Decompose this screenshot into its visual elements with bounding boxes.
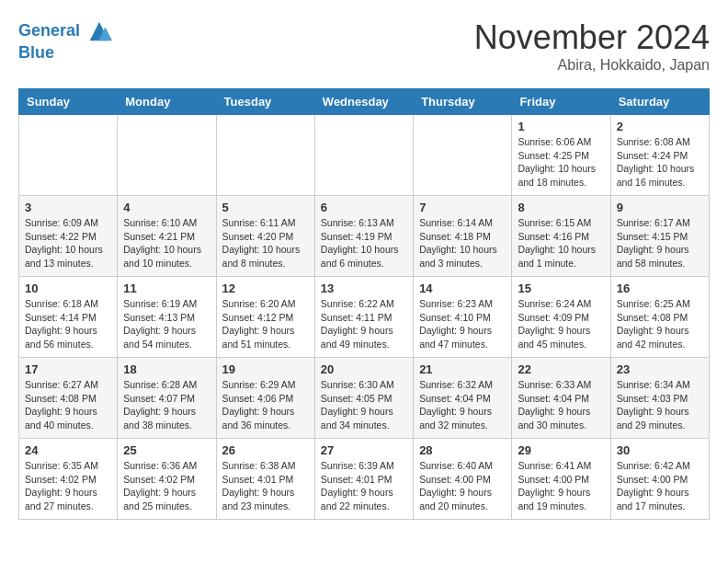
cell-info: Sunrise: 6:20 AM Sunset: 4:12 PM Dayligh… bbox=[222, 297, 309, 351]
cell-info: Sunrise: 6:40 AM Sunset: 4:00 PM Dayligh… bbox=[419, 459, 506, 513]
calendar-cell: 9 Sunrise: 6:17 AM Sunset: 4:15 PM Dayli… bbox=[610, 196, 709, 277]
calendar-cell: 26 Sunrise: 6:38 AM Sunset: 4:01 PM Dayl… bbox=[216, 439, 314, 520]
cell-info: Sunrise: 6:32 AM Sunset: 4:04 PM Dayligh… bbox=[419, 378, 506, 432]
day-number: 16 bbox=[617, 282, 703, 295]
cell-info: Sunrise: 6:27 AM Sunset: 4:08 PM Dayligh… bbox=[25, 378, 111, 432]
calendar-week-4: 17 Sunrise: 6:27 AM Sunset: 4:08 PM Dayl… bbox=[19, 358, 710, 439]
calendar-cell: 18 Sunrise: 6:28 AM Sunset: 4:07 PM Dayl… bbox=[118, 358, 216, 439]
calendar-week-2: 3 Sunrise: 6:09 AM Sunset: 4:22 PM Dayli… bbox=[19, 196, 710, 277]
day-number: 25 bbox=[123, 443, 210, 457]
calendar-cell bbox=[314, 115, 413, 196]
calendar-cell: 4 Sunrise: 6:10 AM Sunset: 4:21 PM Dayli… bbox=[118, 196, 216, 277]
calendar-cell: 3 Sunrise: 6:09 AM Sunset: 4:22 PM Dayli… bbox=[19, 196, 118, 277]
cell-info: Sunrise: 6:30 AM Sunset: 4:05 PM Dayligh… bbox=[321, 378, 407, 432]
calendar-cell: 27 Sunrise: 6:39 AM Sunset: 4:01 PM Dayl… bbox=[314, 439, 413, 520]
calendar-cell bbox=[216, 115, 314, 196]
day-number: 19 bbox=[222, 362, 309, 376]
day-number: 22 bbox=[518, 362, 604, 376]
day-number: 13 bbox=[321, 282, 407, 295]
cell-info: Sunrise: 6:09 AM Sunset: 4:22 PM Dayligh… bbox=[25, 216, 111, 270]
cell-info: Sunrise: 6:38 AM Sunset: 4:01 PM Dayligh… bbox=[222, 459, 309, 513]
day-number: 3 bbox=[25, 201, 111, 214]
day-number: 17 bbox=[25, 362, 111, 376]
logo-icon bbox=[86, 18, 112, 44]
col-header-monday: Monday bbox=[118, 89, 216, 115]
cell-info: Sunrise: 6:35 AM Sunset: 4:02 PM Dayligh… bbox=[25, 459, 111, 513]
col-header-friday: Friday bbox=[512, 89, 610, 115]
page-header: General Blue November 2024 Abira, Hokkai… bbox=[18, 18, 710, 74]
cell-info: Sunrise: 6:28 AM Sunset: 4:07 PM Dayligh… bbox=[123, 378, 210, 432]
location-subtitle: Abira, Hokkaido, Japan bbox=[474, 57, 710, 74]
month-title: November 2024 bbox=[474, 18, 710, 57]
cell-info: Sunrise: 6:08 AM Sunset: 4:24 PM Dayligh… bbox=[617, 135, 703, 190]
cell-info: Sunrise: 6:15 AM Sunset: 4:16 PM Dayligh… bbox=[518, 216, 604, 270]
day-number: 20 bbox=[321, 362, 407, 376]
calendar-cell: 12 Sunrise: 6:20 AM Sunset: 4:12 PM Dayl… bbox=[216, 277, 314, 358]
calendar-week-3: 10 Sunrise: 6:18 AM Sunset: 4:14 PM Dayl… bbox=[19, 277, 710, 358]
calendar-cell: 29 Sunrise: 6:41 AM Sunset: 4:00 PM Dayl… bbox=[512, 439, 610, 520]
calendar-cell bbox=[19, 115, 118, 196]
cell-info: Sunrise: 6:13 AM Sunset: 4:19 PM Dayligh… bbox=[321, 216, 407, 270]
calendar-cell: 24 Sunrise: 6:35 AM Sunset: 4:02 PM Dayl… bbox=[19, 439, 118, 520]
calendar-cell: 14 Sunrise: 6:23 AM Sunset: 4:10 PM Dayl… bbox=[414, 277, 512, 358]
day-number: 7 bbox=[419, 201, 506, 214]
day-number: 12 bbox=[222, 282, 309, 295]
cell-info: Sunrise: 6:22 AM Sunset: 4:11 PM Dayligh… bbox=[321, 297, 407, 351]
cell-info: Sunrise: 6:42 AM Sunset: 4:00 PM Dayligh… bbox=[617, 459, 703, 513]
day-number: 11 bbox=[123, 282, 210, 295]
day-number: 15 bbox=[518, 282, 604, 295]
day-number: 28 bbox=[419, 443, 506, 457]
cell-info: Sunrise: 6:41 AM Sunset: 4:00 PM Dayligh… bbox=[518, 459, 604, 513]
calendar-cell: 5 Sunrise: 6:11 AM Sunset: 4:20 PM Dayli… bbox=[216, 196, 314, 277]
calendar-cell: 7 Sunrise: 6:14 AM Sunset: 4:18 PM Dayli… bbox=[414, 196, 512, 277]
logo-blue-text: Blue bbox=[18, 44, 112, 63]
calendar-cell: 8 Sunrise: 6:15 AM Sunset: 4:16 PM Dayli… bbox=[512, 196, 610, 277]
cell-info: Sunrise: 6:33 AM Sunset: 4:04 PM Dayligh… bbox=[518, 378, 604, 432]
cell-info: Sunrise: 6:17 AM Sunset: 4:15 PM Dayligh… bbox=[617, 216, 703, 270]
cell-info: Sunrise: 6:24 AM Sunset: 4:09 PM Dayligh… bbox=[518, 297, 604, 351]
day-number: 1 bbox=[518, 120, 604, 133]
cell-info: Sunrise: 6:23 AM Sunset: 4:10 PM Dayligh… bbox=[419, 297, 506, 351]
calendar-cell: 17 Sunrise: 6:27 AM Sunset: 4:08 PM Dayl… bbox=[19, 358, 118, 439]
logo-text: General bbox=[18, 18, 112, 44]
day-number: 23 bbox=[617, 362, 703, 376]
calendar-header-row: SundayMondayTuesdayWednesdayThursdayFrid… bbox=[19, 89, 710, 115]
day-number: 9 bbox=[617, 201, 703, 214]
cell-info: Sunrise: 6:25 AM Sunset: 4:08 PM Dayligh… bbox=[617, 297, 703, 351]
cell-info: Sunrise: 6:11 AM Sunset: 4:20 PM Dayligh… bbox=[222, 216, 309, 270]
cell-info: Sunrise: 6:10 AM Sunset: 4:21 PM Dayligh… bbox=[123, 216, 210, 270]
logo: General Blue bbox=[18, 18, 112, 63]
cell-info: Sunrise: 6:36 AM Sunset: 4:02 PM Dayligh… bbox=[123, 459, 210, 513]
calendar-cell: 19 Sunrise: 6:29 AM Sunset: 4:06 PM Dayl… bbox=[216, 358, 314, 439]
day-number: 18 bbox=[123, 362, 210, 376]
calendar-cell: 30 Sunrise: 6:42 AM Sunset: 4:00 PM Dayl… bbox=[610, 439, 709, 520]
calendar-cell: 15 Sunrise: 6:24 AM Sunset: 4:09 PM Dayl… bbox=[512, 277, 610, 358]
day-number: 5 bbox=[222, 201, 309, 214]
calendar-cell: 28 Sunrise: 6:40 AM Sunset: 4:00 PM Dayl… bbox=[414, 439, 512, 520]
cell-info: Sunrise: 6:34 AM Sunset: 4:03 PM Dayligh… bbox=[617, 378, 703, 432]
day-number: 21 bbox=[419, 362, 506, 376]
day-number: 24 bbox=[25, 443, 111, 457]
title-block: November 2024 Abira, Hokkaido, Japan bbox=[474, 18, 710, 74]
calendar-cell: 13 Sunrise: 6:22 AM Sunset: 4:11 PM Dayl… bbox=[314, 277, 413, 358]
day-number: 8 bbox=[518, 201, 604, 214]
col-header-sunday: Sunday bbox=[19, 89, 118, 115]
calendar-cell: 23 Sunrise: 6:34 AM Sunset: 4:03 PM Dayl… bbox=[610, 358, 709, 439]
cell-info: Sunrise: 6:14 AM Sunset: 4:18 PM Dayligh… bbox=[419, 216, 506, 270]
day-number: 30 bbox=[617, 443, 703, 457]
calendar-cell: 1 Sunrise: 6:06 AM Sunset: 4:25 PM Dayli… bbox=[512, 115, 610, 196]
cell-info: Sunrise: 6:19 AM Sunset: 4:13 PM Dayligh… bbox=[123, 297, 210, 351]
col-header-tuesday: Tuesday bbox=[216, 89, 314, 115]
col-header-thursday: Thursday bbox=[414, 89, 512, 115]
calendar-cell: 25 Sunrise: 6:36 AM Sunset: 4:02 PM Dayl… bbox=[118, 439, 216, 520]
cell-info: Sunrise: 6:29 AM Sunset: 4:06 PM Dayligh… bbox=[222, 378, 309, 432]
calendar-cell bbox=[414, 115, 512, 196]
day-number: 10 bbox=[25, 282, 111, 295]
day-number: 14 bbox=[419, 282, 506, 295]
calendar-cell: 22 Sunrise: 6:33 AM Sunset: 4:04 PM Dayl… bbox=[512, 358, 610, 439]
calendar-cell: 20 Sunrise: 6:30 AM Sunset: 4:05 PM Dayl… bbox=[314, 358, 413, 439]
day-number: 26 bbox=[222, 443, 309, 457]
calendar-cell: 2 Sunrise: 6:08 AM Sunset: 4:24 PM Dayli… bbox=[610, 115, 709, 196]
day-number: 6 bbox=[321, 201, 407, 214]
col-header-saturday: Saturday bbox=[610, 89, 709, 115]
